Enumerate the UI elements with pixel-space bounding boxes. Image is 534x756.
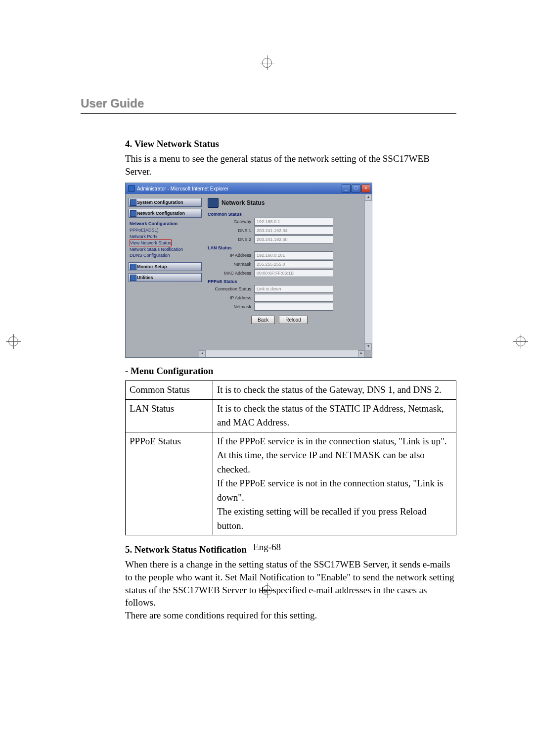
label-lan-netmask: Netmask — [208, 262, 254, 267]
reload-button[interactable]: Reload — [279, 316, 308, 324]
close-button[interactable]: × — [361, 185, 370, 192]
window-body: System Configuration Network Configurati… — [126, 194, 372, 357]
section-5-body: When there is a change in the setting st… — [125, 558, 456, 621]
nav-label: System Configuration — [137, 200, 183, 205]
monitor-icon — [130, 264, 136, 270]
value-pppoe-netmask — [254, 303, 333, 311]
row-pppoe-ip: IP Address — [208, 294, 369, 302]
row-dns1: DNS 1 203.241.192.34 — [208, 227, 369, 235]
nav-system-configuration[interactable]: System Configuration — [129, 198, 202, 207]
label-dns1: DNS 1 — [208, 228, 254, 233]
row-lan-ip: IP Address 192.168.0.101 — [208, 251, 369, 259]
row-pppoe-conn: Connection Status Link is down — [208, 285, 369, 293]
header-rule — [81, 113, 456, 114]
nav-monitor-setup[interactable]: Monitor Setup — [129, 262, 202, 271]
subnav-header: Network Configuration — [130, 221, 202, 227]
subnav-item-pppoe[interactable]: PPPoE(ADSL) — [130, 227, 202, 233]
panel-title: Network Status — [222, 199, 265, 206]
label-pppoe-ip: IP Address — [208, 295, 254, 300]
value-lan-netmask: 255.255.255.0 — [254, 260, 333, 268]
menu-config-heading: - Menu Configuration — [125, 366, 456, 377]
nav-utilities[interactable]: Utilities — [129, 273, 202, 282]
network-subnav: Network Configuration PPPoE(ADSL) Networ… — [129, 220, 202, 260]
value-gateway: 192.168.0.1 — [254, 218, 333, 226]
cfg-val-pppoe: If the PPPoE service is in the connectio… — [213, 432, 456, 535]
nav-label: Utilities — [137, 275, 153, 280]
config-icon — [130, 199, 136, 206]
window-titlebar: Administrator - Microsoft Internet Explo… — [126, 183, 372, 194]
button-row: Back Reload — [251, 316, 369, 324]
subnav-item-view-network-status[interactable]: View Network Status — [130, 239, 172, 246]
cfg-val-lan: It is to check the status of the STATIC … — [213, 399, 456, 432]
horizontal-scrollbar[interactable]: ◂ ▸ — [199, 350, 365, 357]
sidebar: System Configuration Network Configurati… — [126, 194, 205, 357]
value-dns1: 203.241.192.34 — [254, 227, 333, 235]
subnav-item-network-ports[interactable]: Network Ports — [130, 234, 202, 239]
subnav-item-ddns[interactable]: DDNS Configuration — [130, 252, 202, 258]
cfg-val-common: It is to check the status of the Gateway… — [213, 381, 456, 400]
cfg-key-pppoe: PPPoE Status — [126, 432, 213, 535]
table-row: LAN Status It is to check the status of … — [126, 399, 456, 432]
subnav-item-status-notification[interactable]: Network Status Notification — [130, 246, 202, 252]
row-pppoe-netmask: Netmask — [208, 303, 369, 311]
network-icon — [130, 210, 136, 217]
config-table: Common Status It is to check the status … — [125, 380, 456, 535]
value-dns2: 203.241.192.60 — [254, 236, 333, 243]
section-4-body: This is a menu to see the general status… — [125, 152, 456, 178]
value-lan-mac: 00:00:6F:FF:06:1B — [254, 269, 333, 277]
vertical-scrollbar[interactable]: ▴ ▾ — [364, 194, 372, 350]
window-title: Administrator - Microsoft Internet Explo… — [137, 186, 228, 191]
ie-icon — [128, 185, 135, 192]
label-dns2: DNS 2 — [208, 237, 254, 242]
section-4-title: 4. View Network Status — [125, 139, 456, 149]
table-row: PPPoE Status If the PPPoE service is in … — [126, 432, 456, 535]
row-dns2: DNS 2 203.241.192.60 — [208, 236, 369, 243]
row-lan-netmask: Netmask 255.255.255.0 — [208, 260, 369, 268]
user-guide-header: User Guide — [81, 96, 456, 110]
scroll-up-icon[interactable]: ▴ — [365, 194, 372, 201]
nav-network-configuration[interactable]: Network Configuration — [129, 209, 202, 218]
label-lan-mac: MAC Address — [208, 271, 254, 276]
group-lan-status: LAN Status — [208, 245, 369, 250]
network-status-icon — [208, 198, 219, 208]
nav-label: Monitor Setup — [137, 264, 167, 269]
utilities-icon — [130, 275, 136, 281]
scroll-right-icon[interactable]: ▸ — [358, 350, 365, 357]
scroll-down-icon[interactable]: ▾ — [365, 343, 372, 350]
back-button[interactable]: Back — [251, 316, 275, 324]
minimize-button[interactable]: _ — [342, 185, 351, 192]
maximize-button[interactable]: □ — [352, 185, 360, 192]
scroll-left-icon[interactable]: ◂ — [199, 350, 206, 357]
main-panel: Network Status Common Status Gateway 192… — [205, 194, 372, 357]
row-gateway: Gateway 192.168.0.1 — [208, 218, 369, 226]
group-pppoe-status: PPPoE Status — [208, 279, 369, 284]
cfg-key-lan: LAN Status — [126, 399, 213, 432]
page-number: Eng-68 — [0, 542, 534, 553]
row-lan-mac: MAC Address 00:00:6F:FF:06:1B — [208, 269, 369, 277]
value-lan-ip: 192.168.0.101 — [254, 251, 333, 259]
panel-heading: Network Status — [208, 198, 369, 208]
cfg-key-common: Common Status — [126, 381, 213, 400]
table-row: Common Status It is to check the status … — [126, 381, 456, 400]
group-common-status: Common Status — [208, 212, 369, 217]
value-pppoe-ip — [254, 294, 333, 302]
label-pppoe-conn: Connection Status — [208, 286, 254, 291]
label-lan-ip: IP Address — [208, 253, 254, 258]
label-pppoe-netmask: Netmask — [208, 304, 254, 309]
network-status-screenshot: Administrator - Microsoft Internet Explo… — [125, 183, 372, 358]
value-pppoe-conn: Link is down — [254, 285, 333, 293]
nav-label: Network Configuration — [137, 211, 185, 216]
label-gateway: Gateway — [208, 219, 254, 224]
